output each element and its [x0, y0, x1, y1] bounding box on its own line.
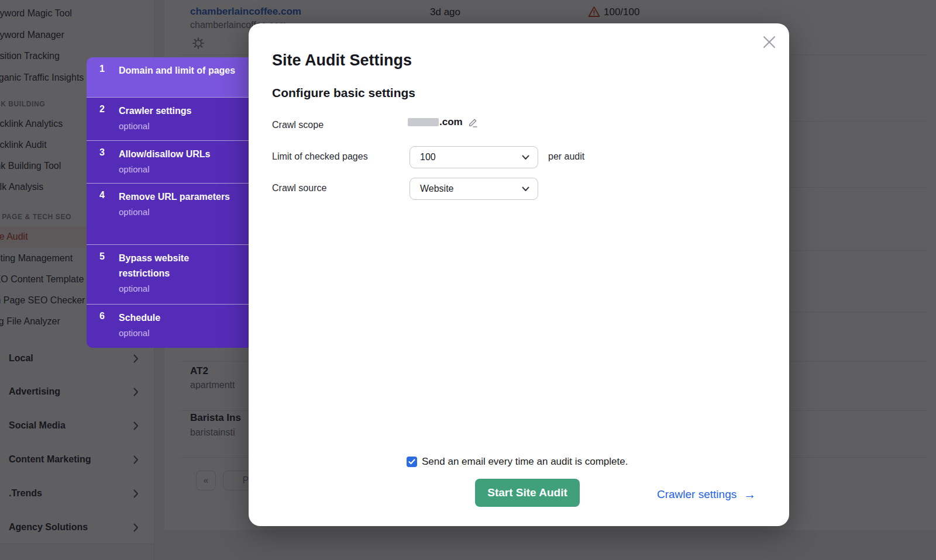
crawl-source-select[interactable]: Website — [410, 178, 538, 200]
chevron-down-icon — [522, 152, 529, 163]
modal-title: Site Audit Settings — [272, 51, 412, 70]
limit-of-checked-pages-label: Limit of checked pages — [272, 151, 368, 162]
site-audit-wizard-stepper: 1 Domain and limit of pages 2 Crawler se… — [87, 57, 249, 348]
crawl-source-label: Crawl source — [272, 183, 326, 193]
step-optional-label: optional — [119, 281, 240, 296]
step-crawler-settings[interactable]: 2 Crawler settings optional — [87, 97, 249, 140]
redacted-domain — [408, 118, 439, 126]
arrow-right-icon: → — [744, 488, 756, 502]
limit-select[interactable]: 100 — [410, 146, 538, 168]
step-domain-and-limit[interactable]: 1 Domain and limit of pages — [87, 57, 249, 97]
per-audit-label: per audit — [548, 151, 584, 162]
step-optional-label: optional — [119, 162, 240, 177]
close-icon[interactable] — [759, 32, 780, 53]
step-allow-disallow-urls[interactable]: 3 Allow/disallow URLs optional — [87, 140, 249, 183]
email-checkbox[interactable] — [407, 457, 417, 467]
step-title: Allow/disallow URLs — [119, 147, 240, 162]
crawl-scope-label: Crawl scope — [272, 120, 324, 130]
start-site-audit-button[interactable]: Start Site Audit — [475, 479, 580, 507]
step-number: 2 — [99, 104, 105, 115]
chevron-down-icon — [522, 184, 529, 194]
step-bypass-website-restrictions[interactable]: 5 Bypass website restrictions optional — [87, 244, 249, 304]
crawl-source-select-value: Website — [420, 184, 522, 194]
step-number: 3 — [99, 147, 105, 158]
site-audit-settings-modal: Site Audit Settings Configure basic sett… — [249, 23, 789, 526]
email-checkbox-label: Send an email every time an audit is com… — [422, 456, 628, 468]
step-title: Domain and limit of pages — [119, 63, 240, 78]
step-schedule[interactable]: 6 Schedule optional — [87, 304, 249, 348]
pencil-icon[interactable] — [467, 117, 479, 128]
step-number: 4 — [99, 190, 105, 201]
step-remove-url-parameters[interactable]: 4 Remove URL parameters optional — [87, 183, 249, 244]
step-title: Crawler settings — [119, 103, 240, 119]
step-number: 6 — [99, 311, 105, 322]
step-title: Remove URL parameters — [119, 189, 240, 205]
modal-subtitle: Configure basic settings — [272, 86, 415, 100]
step-optional-label: optional — [119, 326, 240, 340]
step-optional-label: optional — [119, 119, 240, 133]
crawler-settings-link-label: Crawler settings — [657, 488, 737, 501]
step-number: 1 — [99, 64, 105, 74]
crawl-scope-value: .com — [408, 116, 479, 128]
limit-select-value: 100 — [420, 152, 522, 163]
step-number: 5 — [99, 251, 105, 262]
step-title: Schedule — [119, 310, 240, 326]
crawler-settings-link[interactable]: Crawler settings → — [657, 488, 756, 502]
email-notification-row: Send an email every time an audit is com… — [407, 456, 628, 468]
step-title: Bypass website restrictions — [119, 251, 240, 281]
step-optional-label: optional — [119, 205, 240, 219]
crawl-scope-domain-suffix: .com — [439, 116, 463, 128]
